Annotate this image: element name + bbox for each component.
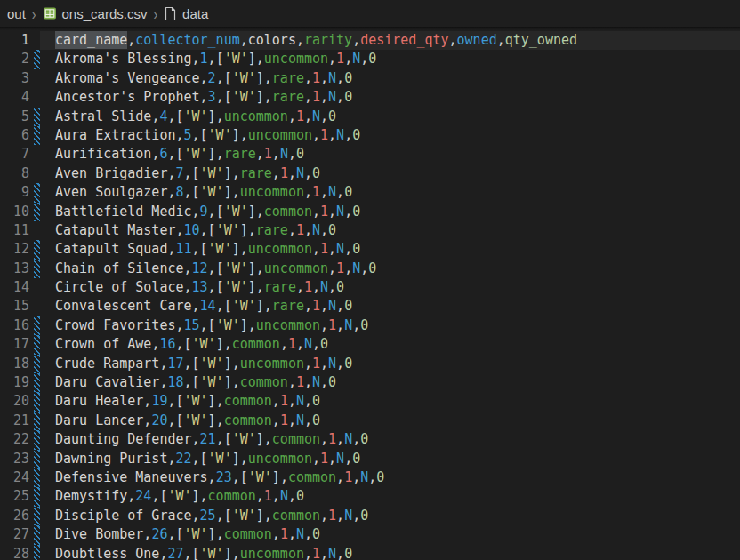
field-owned: N: [296, 393, 304, 409]
csv-code-line[interactable]: Disciple of Grace,25,['W'],common,1,N,0: [40, 507, 740, 525]
csv-code-line[interactable]: Crude Rampart,17,['W'],uncommon,1,N,0: [40, 355, 740, 373]
comma: ,: [208, 204, 216, 220]
csv-header-line[interactable]: card_name,collector_num,colors,rarity,de…: [40, 31, 740, 50]
line-number[interactable]: 23: [0, 450, 29, 468]
line-number[interactable]: 25: [0, 487, 29, 506]
field-qty-owned: 0: [312, 165, 320, 181]
csv-code-line[interactable]: Circle of Solace,13,['W'],rare,1,N,0: [40, 278, 740, 297]
csv-code-line[interactable]: Aura Extraction,5,['W'],uncommon,1,N,0: [40, 126, 740, 145]
line-number[interactable]: 12: [0, 240, 29, 259]
line-number[interactable]: 6: [0, 126, 29, 145]
csv-code-line[interactable]: Convalescent Care,14,['W'],rare,1,N,0: [40, 297, 740, 316]
field-colors: 'W': [208, 127, 232, 143]
csv-row: 16Crowd Favorites,15,['W'],uncommon,1,N,…: [0, 316, 740, 335]
csv-code-line[interactable]: Astral Slide,4,['W'],uncommon,1,N,0: [40, 108, 740, 126]
line-number[interactable]: 18: [0, 355, 29, 373]
line-number[interactable]: 3: [0, 69, 29, 88]
line-number[interactable]: 16: [0, 316, 29, 335]
line-number[interactable]: 17: [0, 335, 29, 354]
field-colors: 'W': [200, 546, 224, 560]
csv-code-line[interactable]: Aven Brigadier,7,['W'],rare,1,N,0: [40, 164, 740, 183]
csv-code-line[interactable]: Chain of Silence,12,['W'],uncommon,1,N,0: [40, 260, 740, 278]
field-qty-owned: 0: [312, 412, 320, 428]
line-number[interactable]: 19: [0, 373, 29, 392]
comma: ,: [336, 508, 344, 524]
line-number[interactable]: 8: [0, 164, 29, 183]
comma: ,: [232, 546, 240, 560]
csv-row: 22Daunting Defender,21,['W'],common,1,N,…: [0, 430, 740, 449]
line-number[interactable]: 22: [0, 430, 29, 449]
comma: ,: [127, 32, 135, 48]
line-number[interactable]: 27: [0, 525, 29, 544]
field-colors: 'W': [208, 241, 232, 257]
csv-code-line[interactable]: Daru Healer,19,['W'],common,1,N,0: [40, 392, 740, 411]
field-desired-qty: 1: [312, 298, 320, 314]
gutter: 8: [0, 164, 40, 183]
line-number[interactable]: 21: [0, 412, 29, 430]
comma: ,: [264, 298, 272, 314]
csv-code-line[interactable]: Akroma's Vengeance,2,['W'],rare,1,N,0: [40, 69, 740, 88]
csv-code-line[interactable]: Daru Lancer,20,['W'],common,1,N,0: [40, 412, 740, 430]
field-qty-owned: 0: [312, 526, 320, 542]
csv-editor[interactable]: 1card_name,collector_num,colors,rarity,d…: [0, 30, 740, 560]
csv-code-line[interactable]: Catapult Master,10,['W'],rare,1,N,0: [40, 221, 740, 240]
line-number[interactable]: 2: [0, 50, 29, 68]
line-number[interactable]: 26: [0, 507, 29, 525]
csv-code-line[interactable]: Catapult Squad,11,['W'],uncommon,1,N,0: [40, 240, 740, 259]
csv-code-line[interactable]: Defensive Maneuvers,23,['W'],common,1,N,…: [40, 468, 740, 487]
csv-code-line[interactable]: Demystify,24,['W'],common,1,N,0: [40, 487, 740, 506]
breadcrumb-item-symbol[interactable]: data: [164, 6, 208, 21]
field-colors: 'W': [184, 526, 208, 542]
line-number[interactable]: 4: [0, 88, 29, 107]
field-colors: 'W': [184, 412, 208, 428]
csv-row: 14Circle of Solace,13,['W'],rare,1,N,0: [0, 278, 740, 297]
line-number[interactable]: 13: [0, 260, 29, 278]
line-number[interactable]: 11: [0, 221, 29, 240]
line-number[interactable]: 14: [0, 278, 29, 297]
csv-code-line[interactable]: Crown of Awe,16,['W'],common,1,N,0: [40, 335, 740, 354]
line-number[interactable]: 9: [0, 183, 29, 202]
line-number[interactable]: 20: [0, 392, 29, 411]
comma: ,: [288, 526, 296, 542]
csv-code-line[interactable]: Dive Bomber,26,['W'],common,1,N,0: [40, 525, 740, 544]
line-number[interactable]: 24: [0, 468, 29, 487]
line-number[interactable]: 5: [0, 108, 29, 126]
header-rarity: rarity: [304, 32, 352, 48]
csv-code-line[interactable]: Crowd Favorites,15,['W'],uncommon,1,N,0: [40, 316, 740, 335]
csv-code-line[interactable]: Akroma's Blessing,1,['W'],uncommon,1,N,0: [40, 50, 740, 68]
comma: ,: [232, 469, 240, 485]
line-number[interactable]: 7: [0, 145, 29, 164]
field-qty-owned: 0: [344, 546, 352, 560]
csv-code-line[interactable]: Doubtless One,27,['W'],uncommon,1,N,0: [40, 545, 740, 560]
gutter-spacer: [34, 145, 40, 164]
comma: ,: [216, 89, 224, 105]
bracket-close: ]: [248, 51, 256, 67]
gutter-modified-indicator: [34, 412, 40, 430]
csv-code-line[interactable]: Dawning Purist,22,['W'],uncommon,1,N,0: [40, 450, 740, 468]
csv-row: 27Dive Bomber,26,['W'],common,1,N,0: [0, 525, 740, 544]
bracket-close: ]: [216, 336, 224, 352]
csv-code-line[interactable]: Battlefield Medic,9,['W'],common,1,N,0: [40, 203, 740, 221]
comma: ,: [320, 222, 328, 238]
field-desired-qty: 1: [296, 374, 304, 390]
csv-code-line[interactable]: Ancestor's Prophet,3,['W'],rare,1,N,0: [40, 88, 740, 107]
breadcrumb-item-out[interactable]: out: [7, 6, 26, 21]
csv-code-line[interactable]: Aven Soulgazer,8,['W'],uncommon,1,N,0: [40, 183, 740, 202]
comma: ,: [200, 317, 208, 333]
breadcrumb-item-file[interactable]: ons_cards.csv: [43, 6, 148, 21]
bracket-close: ]: [224, 546, 232, 560]
comma: ,: [240, 127, 248, 143]
csv-row: 19Daru Cavalier,18,['W'],common,1,N,0: [0, 373, 740, 392]
csv-row: 24Defensive Maneuvers,23,['W'],common,1,…: [0, 468, 740, 487]
line-number[interactable]: 28: [0, 545, 29, 560]
comma: ,: [264, 508, 272, 524]
csv-code-line[interactable]: Daru Cavalier,18,['W'],common,1,N,0: [40, 373, 740, 392]
line-number[interactable]: 15: [0, 297, 29, 316]
field-desired-qty: 1: [280, 393, 288, 409]
field-colors: 'W': [224, 260, 248, 276]
csv-code-line[interactable]: Daunting Defender,21,['W'],common,1,N,0: [40, 430, 740, 449]
line-number[interactable]: 10: [0, 203, 29, 221]
bracket-close: ]: [224, 165, 232, 181]
line-number[interactable]: 1: [0, 31, 29, 50]
csv-code-line[interactable]: Aurification,6,['W'],rare,1,N,0: [40, 145, 740, 164]
